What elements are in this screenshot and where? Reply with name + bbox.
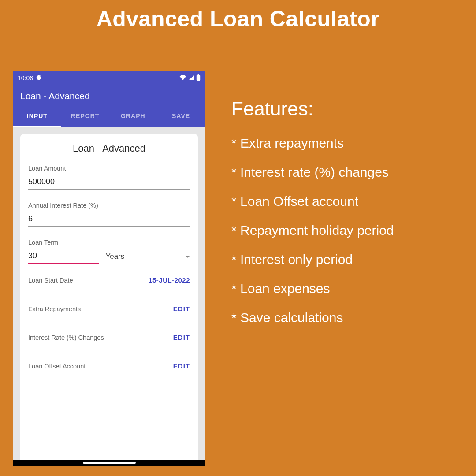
app-bar-title: Loan - Advanced	[20, 91, 198, 101]
features-panel: Features: * Extra repayments * Interest …	[205, 71, 394, 466]
interest-rate-label: Annual Interest Rate (%)	[28, 202, 190, 209]
status-time: 10:06	[18, 74, 33, 82]
card-title: Loan - Advanced	[28, 143, 190, 154]
feature-item: * Extra repayments	[231, 136, 394, 151]
tab-save[interactable]: SAVE	[157, 106, 205, 127]
rate-changes-row: Interest Rate (%) Changes EDIT	[28, 334, 190, 341]
input-card: Loan - Advanced Loan Amount Annual Inter…	[20, 134, 198, 466]
extra-repayments-edit-button[interactable]: EDIT	[173, 305, 190, 312]
feature-item: * Repayment holiday period	[231, 223, 394, 238]
start-date-value[interactable]: 15-JUL-2022	[149, 276, 190, 284]
loan-amount-input[interactable]	[28, 175, 190, 190]
svg-rect-2	[197, 75, 200, 81]
feature-item: * Interest rate (%) changes	[231, 165, 394, 180]
loan-term-unit-value: Years	[105, 252, 124, 261]
extra-repayments-label: Extra Repayments	[28, 305, 81, 312]
android-nav-bar	[13, 460, 205, 466]
page-title: Advanced Loan Calculator	[0, 0, 476, 32]
interest-rate-input[interactable]	[28, 212, 190, 227]
feature-item: * Loan expenses	[231, 281, 394, 296]
rate-changes-label: Interest Rate (%) Changes	[28, 334, 104, 341]
loan-term-label: Loan Term	[28, 239, 190, 246]
status-bar: 10:06	[13, 71, 205, 85]
nav-handle[interactable]	[83, 462, 136, 464]
battery-icon	[196, 74, 201, 82]
tab-report[interactable]: REPORT	[61, 106, 109, 127]
start-date-label: Loan Start Date	[28, 277, 73, 284]
svg-point-1	[40, 75, 41, 77]
offset-row: Loan Offset Account EDIT	[28, 362, 190, 370]
tabs: INPUT REPORT GRAPH SAVE	[13, 106, 205, 127]
svg-rect-3	[198, 74, 199, 75]
loan-term-field: Loan Term 30 Years	[28, 239, 190, 264]
feature-item: * Interest only period	[231, 252, 394, 267]
wifi-icon	[179, 74, 186, 82]
loan-amount-field: Loan Amount	[28, 165, 190, 190]
tab-graph[interactable]: GRAPH	[109, 106, 157, 127]
offset-edit-button[interactable]: EDIT	[173, 362, 190, 370]
tab-input[interactable]: INPUT	[13, 106, 61, 127]
offset-label: Loan Offset Account	[28, 363, 86, 370]
loan-amount-label: Loan Amount	[28, 165, 190, 172]
app-bar: Loan - Advanced	[13, 85, 205, 106]
extra-repayments-row: Extra Repayments EDIT	[28, 305, 190, 312]
loan-term-unit-select[interactable]: Years	[105, 250, 190, 264]
feature-item: * Save calculations	[231, 310, 394, 325]
interest-rate-field: Annual Interest Rate (%)	[28, 202, 190, 227]
features-heading: Features:	[231, 98, 394, 120]
chevron-down-icon	[186, 256, 190, 258]
signal-icon	[188, 74, 194, 82]
rate-changes-edit-button[interactable]: EDIT	[173, 334, 190, 341]
loan-start-date-row: Loan Start Date 15-JUL-2022	[28, 276, 190, 284]
loan-term-input[interactable]: 30	[28, 249, 99, 264]
chat-icon	[36, 74, 42, 82]
feature-item: * Loan Offset account	[231, 194, 394, 209]
phone-frame: 10:06 Loan - Advanced INPUT	[13, 71, 205, 466]
